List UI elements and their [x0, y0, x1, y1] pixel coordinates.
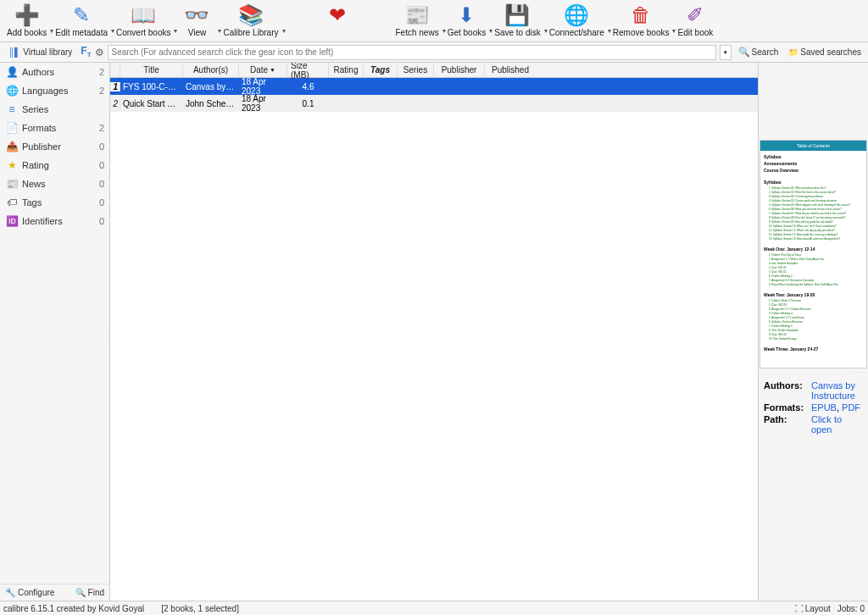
book-details-panel: Table of ContentsSyllabusAnnouncementsCo… [758, 63, 868, 601]
splitter-handle[interactable]: · · · · [759, 369, 868, 375]
sidebar-item-count: 0 [99, 197, 104, 208]
sidebar-item-formats[interactable]: 📄Formats2 [0, 119, 109, 137]
cell-authors: John Schember [183, 99, 239, 108]
find-button[interactable]: 🔍Find [75, 588, 104, 597]
col-date-label: Date [250, 65, 268, 75]
authors-link[interactable]: Canvas by Instructure [811, 380, 855, 401]
sidebar-item-news[interactable]: 📰News0 [0, 175, 109, 193]
sidebar-item-label: Formats [22, 123, 99, 133]
col-date[interactable]: Date▼ [239, 63, 287, 77]
configure-button[interactable]: 🔧Configure [5, 588, 54, 597]
table-row[interactable]: 1FYS 100-C-Firs...Canvas by Ins...18 Apr… [110, 78, 758, 95]
books-icon: ║▌ [8, 47, 20, 57]
sidebar-item-identifiers[interactable]: 🆔Identifiers0 [0, 212, 109, 230]
cell-authors: Canvas by Ins... [183, 82, 239, 91]
remove-books-label: Remove books [613, 28, 670, 37]
add-books-label: Add books [7, 28, 47, 37]
sidebar-item-publisher[interactable]: 📤Publisher0 [0, 137, 109, 156]
sidebar-item-label: Identifiers [22, 216, 99, 226]
convert-books-button[interactable]: 📖Convert books▾ [113, 2, 174, 39]
calibre-library-button[interactable]: 📚Calibre Library▾ [220, 2, 281, 39]
virtual-library-button[interactable]: ║▌ Virtual library [3, 44, 77, 61]
edit-book-icon: ✐ [683, 3, 707, 27]
remove-books-button[interactable]: 🗑Remove books▾ [609, 2, 673, 39]
col-size[interactable]: Size (MB) [287, 63, 329, 77]
tags-icon: 🏷 [5, 197, 19, 208]
search-input[interactable] [108, 45, 716, 60]
edit-book-button[interactable]: ✐Edit book [674, 2, 716, 39]
col-series[interactable]: Series [398, 63, 434, 77]
layout-icon: ⛶ [795, 604, 804, 613]
search-button-label: Search [752, 47, 779, 57]
cell-date: 18 Apr 2023 [239, 94, 287, 113]
format-pdf-link[interactable]: PDF [842, 402, 860, 413]
sidebar-item-series[interactable]: ≡Series [0, 100, 109, 119]
calibre-library-icon: 📚 [239, 3, 263, 27]
edit-metadata-icon: ✎ [70, 3, 93, 27]
search-dropdown[interactable]: ▾ [720, 45, 732, 60]
col-rating[interactable]: Rating [329, 63, 364, 77]
virtual-library-label: Virtual library [23, 47, 72, 57]
sidebar-item-languages[interactable]: 🌐Languages2 [0, 81, 109, 100]
sidebar-item-label: Languages [22, 86, 99, 96]
calibre-library-label: Calibre Library [223, 28, 278, 37]
saved-searches-button[interactable]: 📁 Saved searches [785, 47, 865, 57]
get-books-label: Get books [448, 28, 487, 37]
cell-size: 4.6 [287, 82, 329, 91]
row-number: 2 [110, 99, 120, 108]
book-details: Authors: Canvas by Instructure Formats: … [759, 375, 868, 441]
rating-icon: ★ [5, 159, 19, 171]
save-to-disk-icon: 💾 [505, 3, 529, 27]
publisher-icon: 📤 [5, 141, 19, 152]
sidebar-item-label: Tags [22, 197, 99, 208]
view-icon: 👓 [185, 3, 209, 27]
table-row[interactable]: 2Quick Start GuideJohn Schember18 Apr 20… [110, 95, 758, 112]
sidebar-item-label: Publisher [22, 141, 99, 152]
col-publisher[interactable]: Publisher [434, 63, 485, 77]
wrench-icon: 🔧 [5, 588, 15, 597]
add-books-button[interactable]: ➕Add books▾ [3, 2, 50, 39]
status-bar: calibre 6.15.1 created by Kovid Goyal [2… [0, 601, 868, 615]
col-number[interactable] [110, 63, 120, 77]
view-button[interactable]: 👓View▾ [175, 2, 218, 39]
fetch-news-label: Fetch news [396, 28, 439, 37]
gear-icon[interactable]: ⚙ [95, 47, 104, 58]
cell-size: 0.1 [287, 99, 329, 108]
sidebar-item-rating[interactable]: ★Rating0 [0, 156, 109, 175]
sidebar-item-count: 2 [99, 86, 104, 96]
connect-share-label: Connect/share [549, 28, 604, 37]
sidebar-item-tags[interactable]: 🏷Tags0 [0, 193, 109, 212]
add-books-icon: ➕ [15, 3, 39, 27]
tag-browser-sidebar: 👤Authors2🌐Languages2≡Series📄Formats2📤Pub… [0, 63, 110, 601]
get-books-button[interactable]: ⬇Get books▾ [444, 2, 490, 39]
save-to-disk-button[interactable]: 💾Save to disk▾ [491, 2, 543, 39]
connect-share-button[interactable]: 🌐Connect/share▾ [546, 2, 608, 39]
languages-icon: 🌐 [5, 85, 19, 97]
col-tags[interactable]: Tags [364, 63, 398, 77]
cell-date: 18 Apr 2023 [239, 77, 287, 96]
sidebar-item-authors[interactable]: 👤Authors2 [0, 63, 109, 81]
search-button[interactable]: 🔍 Search [735, 47, 782, 58]
sidebar-item-count: 0 [99, 179, 104, 189]
layout-button[interactable]: ⛶Layout [795, 604, 831, 613]
folder-icon: 📁 [788, 47, 798, 57]
fetch-news-button[interactable]: 📰Fetch news▾ [392, 2, 442, 39]
status-selection: [2 books, 1 selected] [144, 604, 795, 613]
donate-button[interactable]: ❤ [316, 2, 359, 29]
format-epub-link[interactable]: EPUB [811, 402, 837, 413]
cover-toc-header: Table of Contents [760, 141, 866, 151]
search-bar: ║▌ Virtual library FT ⚙ ▾ 🔍 Search 📁 Sav… [0, 42, 868, 63]
jobs-button[interactable]: Jobs: 0 [837, 604, 865, 613]
edit-metadata-button[interactable]: ✎Edit metadata▾ [52, 2, 111, 39]
sidebar-item-count: 2 [99, 67, 104, 77]
col-title[interactable]: Title [120, 63, 183, 77]
col-published[interactable]: Published [485, 63, 536, 77]
col-authors[interactable]: Author(s) [183, 63, 239, 77]
fulltext-icon[interactable]: FT [81, 45, 91, 58]
status-version: calibre 6.15.1 created by Kovid Goyal [3, 604, 144, 613]
fetch-news-icon: 📰 [405, 3, 429, 27]
path-link[interactable]: Click to open [811, 414, 842, 435]
cover-preview[interactable]: Table of ContentsSyllabusAnnouncementsCo… [760, 140, 867, 368]
formats-key: Formats: [764, 402, 811, 413]
path-key: Path: [764, 414, 811, 435]
